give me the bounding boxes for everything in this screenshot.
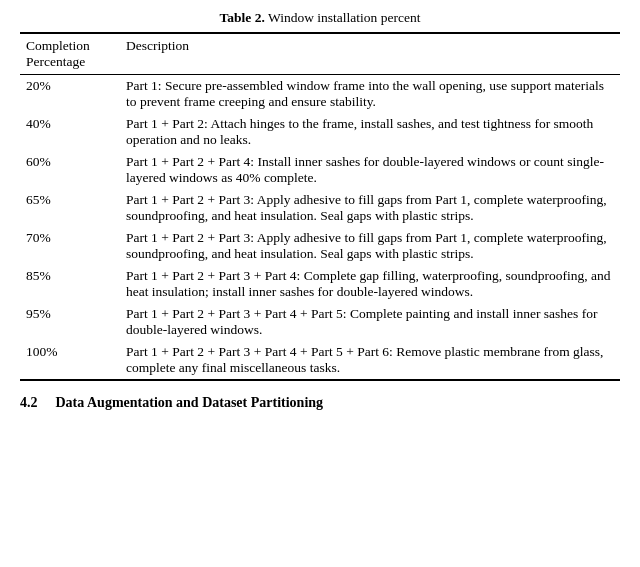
completion-percent: 100% [20, 341, 120, 380]
completion-percent: 70% [20, 227, 120, 265]
col-header-description: Description [120, 33, 620, 75]
completion-description: Part 1 + Part 2 + Part 3 + Part 4 + Part… [120, 341, 620, 380]
table-row: 40%Part 1 + Part 2: Attach hinges to the… [20, 113, 620, 151]
table-row: 100%Part 1 + Part 2 + Part 3 + Part 4 + … [20, 341, 620, 380]
table-row: 85%Part 1 + Part 2 + Part 3 + Part 4: Co… [20, 265, 620, 303]
table-header-row: CompletionPercentage Description [20, 33, 620, 75]
completion-description: Part 1: Secure pre-assembled window fram… [120, 75, 620, 114]
section-number: 4.2 [20, 395, 38, 411]
table-title: Table 2. Window installation percent [20, 10, 620, 26]
table-row: 20%Part 1: Secure pre-assembled window f… [20, 75, 620, 114]
table-row: 60%Part 1 + Part 2 + Part 4: Install inn… [20, 151, 620, 189]
completion-percent: 65% [20, 189, 120, 227]
completion-description: Part 1 + Part 2: Attach hinges to the fr… [120, 113, 620, 151]
completion-description: Part 1 + Part 2 + Part 3 + Part 4 + Part… [120, 303, 620, 341]
completion-description: Part 1 + Part 2 + Part 3: Apply adhesive… [120, 227, 620, 265]
completion-table: CompletionPercentage Description 20%Part… [20, 32, 620, 381]
completion-percent: 85% [20, 265, 120, 303]
completion-percent: 95% [20, 303, 120, 341]
completion-description: Part 1 + Part 2 + Part 3 + Part 4: Compl… [120, 265, 620, 303]
section-title: Data Augmentation and Dataset Partitioni… [56, 395, 324, 411]
col-header-completion: CompletionPercentage [20, 33, 120, 75]
completion-description: Part 1 + Part 2 + Part 3: Apply adhesive… [120, 189, 620, 227]
completion-percent: 40% [20, 113, 120, 151]
table-title-text: Window installation percent [265, 10, 421, 25]
table-row: 95%Part 1 + Part 2 + Part 3 + Part 4 + P… [20, 303, 620, 341]
completion-percent: 20% [20, 75, 120, 114]
table-title-bold: Table 2. [220, 10, 265, 25]
table-row: 65%Part 1 + Part 2 + Part 3: Apply adhes… [20, 189, 620, 227]
completion-description: Part 1 + Part 2 + Part 4: Install inner … [120, 151, 620, 189]
section-heading: 4.2 Data Augmentation and Dataset Partit… [20, 395, 620, 411]
completion-percent: 60% [20, 151, 120, 189]
table-row: 70%Part 1 + Part 2 + Part 3: Apply adhes… [20, 227, 620, 265]
